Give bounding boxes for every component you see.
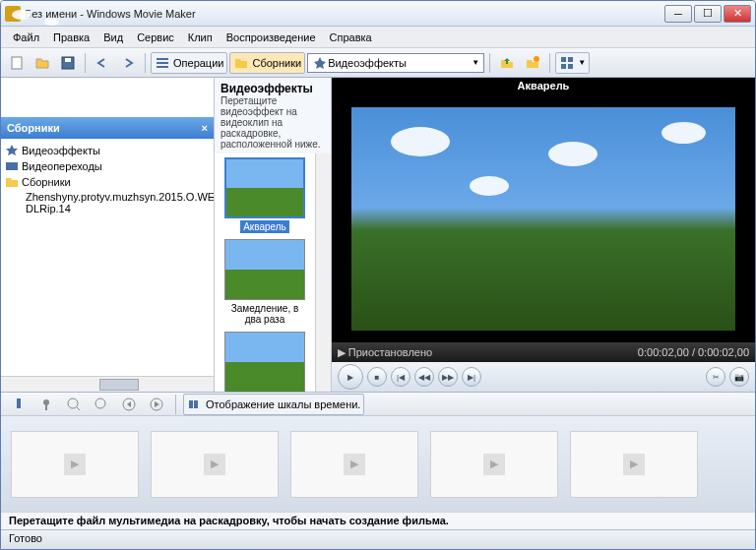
star-icon	[5, 144, 19, 157]
toolbar: Операции Сборники Видеоэффекты▼ ▼	[1, 48, 755, 78]
effect-item-watercolor[interactable]: Акварель	[220, 157, 309, 233]
sidebar-hscroll[interactable]	[1, 376, 214, 392]
storyboard-icon	[187, 397, 203, 412]
play-icon: ▶	[64, 454, 86, 475]
maximize-button[interactable]: ☐	[694, 5, 722, 23]
svg-rect-10	[568, 64, 573, 69]
menu-help[interactable]: Справка	[324, 30, 378, 45]
svg-rect-5	[157, 66, 168, 68]
rewind-icon	[121, 397, 137, 412]
zoom-out-icon	[94, 397, 109, 412]
chevron-down-icon: ▼	[472, 58, 479, 67]
collections-tree: Видеоэффекты Видеопереходы Сборники Zhen…	[1, 139, 214, 376]
effects-vscroll[interactable]	[315, 153, 331, 392]
timeline-marker-button[interactable]	[7, 394, 31, 415]
view-button[interactable]: ▼	[555, 52, 590, 74]
storyboard-clip[interactable]: ▶	[11, 431, 139, 498]
menu-play[interactable]: Воспроизведение	[220, 30, 322, 45]
svg-rect-4	[157, 62, 168, 64]
play-icon: ▶	[623, 454, 645, 475]
svg-rect-11	[6, 162, 18, 170]
folder-open-icon	[34, 55, 50, 71]
redo-button[interactable]	[116, 52, 140, 74]
svg-point-18	[95, 398, 105, 408]
status-icon: ▶	[338, 346, 346, 359]
svg-rect-22	[194, 400, 198, 408]
zoom-in-button[interactable]	[62, 394, 86, 415]
timeline: Отображение шкалы времени. ▶ ▶ ▶ ▶ ▶ Пер…	[1, 392, 755, 529]
svg-rect-7	[561, 57, 566, 62]
snapshot-button[interactable]: 📷	[729, 367, 749, 387]
open-button[interactable]	[31, 52, 54, 74]
stop-button[interactable]: ■	[367, 367, 387, 387]
effect-thumbnail	[224, 157, 305, 218]
storyboard-clip[interactable]: ▶	[290, 431, 418, 498]
preview-video	[332, 95, 755, 342]
svg-rect-13	[17, 398, 21, 408]
svg-point-14	[43, 399, 49, 405]
menu-service[interactable]: Сервис	[131, 30, 180, 45]
next-button[interactable]: ▶|	[462, 367, 481, 387]
chevron-down-icon: ▼	[578, 58, 586, 67]
sidebar-close-icon[interactable]: ×	[202, 122, 208, 134]
minimize-button[interactable]: ─	[664, 5, 692, 23]
menu-clip[interactable]: Клип	[182, 30, 219, 45]
prev-button[interactable]: |◀	[391, 367, 410, 387]
menu-view[interactable]: Вид	[97, 30, 129, 45]
tree-item-transitions[interactable]: Видеопереходы	[5, 158, 210, 174]
marker-icon	[11, 397, 27, 412]
effect-thumbnail	[224, 239, 305, 300]
timeline-play-button[interactable]	[145, 394, 168, 415]
storyboard-clip[interactable]: ▶	[430, 431, 558, 498]
timeline-toggle-button[interactable]: Отображение шкалы времени.	[183, 394, 364, 415]
effect-item[interactable]	[220, 332, 309, 392]
storyboard-clip[interactable]: ▶	[570, 431, 698, 498]
play-button[interactable]: ▶	[338, 364, 363, 390]
forward-button[interactable]: ▶▶	[438, 367, 458, 387]
svg-point-16	[68, 398, 78, 408]
list-icon	[155, 55, 170, 71]
zoom-out-button[interactable]	[90, 394, 113, 415]
tree-item-file[interactable]: Zhenshyny.protyv.muzhsyn.2015.O.WEB-DLRi…	[5, 190, 210, 215]
star-icon	[312, 55, 328, 71]
close-button[interactable]: ✕	[724, 5, 751, 23]
timeline-controls: Отображение шкалы времени.	[1, 393, 755, 416]
timeline-rewind-button[interactable]	[117, 394, 141, 415]
mic-icon	[38, 397, 54, 412]
menu-file[interactable]: Файл	[7, 30, 45, 45]
operations-button[interactable]: Операции	[151, 52, 227, 74]
svg-rect-3	[157, 58, 168, 60]
svg-line-17	[77, 407, 80, 410]
preview-image	[351, 107, 735, 331]
tree-item-effects[interactable]: Видеоэффекты	[5, 143, 210, 158]
window-title: Без имени - Windows Movie Maker	[25, 8, 662, 20]
new-folder-button[interactable]	[521, 52, 544, 74]
storyboard-track[interactable]: ▶ ▶ ▶ ▶ ▶	[1, 416, 755, 512]
split-button[interactable]: ✂	[706, 367, 725, 387]
save-button[interactable]	[56, 52, 80, 74]
preview-pane: Акварель ▶ Приостановлено 0:00:02,00 / 0…	[332, 78, 755, 392]
grid-icon	[559, 55, 575, 71]
play-circle-icon	[149, 397, 164, 412]
storyboard-clip[interactable]: ▶	[151, 431, 279, 498]
new-button[interactable]	[5, 52, 29, 74]
effects-pane: Видеоэффекты Перетащите видеоэффект на в…	[214, 78, 332, 392]
titlebar: Без имени - Windows Movie Maker ─ ☐ ✕	[1, 1, 755, 27]
up-folder-button[interactable]	[495, 52, 519, 74]
timeline-narrate-button[interactable]	[34, 394, 58, 415]
undo-button[interactable]	[91, 52, 114, 74]
folder-icon	[233, 55, 249, 71]
tree-item-collections[interactable]: Сборники	[5, 174, 210, 190]
menu-edit[interactable]: Правка	[47, 30, 95, 45]
preview-time: 0:00:02,00 / 0:00:02,00	[638, 346, 749, 358]
document-icon	[9, 55, 25, 71]
effect-item-slowdown[interactable]: Замедление, в два раза	[220, 239, 309, 326]
svg-rect-21	[189, 400, 193, 408]
svg-rect-9	[561, 64, 566, 69]
rewind-button[interactable]: ◀◀	[414, 367, 434, 387]
workspace: Сборники× Видеоэффекты Видеопереходы Сбо…	[1, 78, 755, 392]
effects-header: Видеоэффекты Перетащите видеоэффект на в…	[215, 78, 331, 153]
collections-button[interactable]: Сборники	[229, 52, 305, 74]
menubar: Файл Правка Вид Сервис Клип Воспроизведе…	[1, 27, 755, 48]
effects-dropdown[interactable]: Видеоэффекты▼	[307, 53, 484, 73]
